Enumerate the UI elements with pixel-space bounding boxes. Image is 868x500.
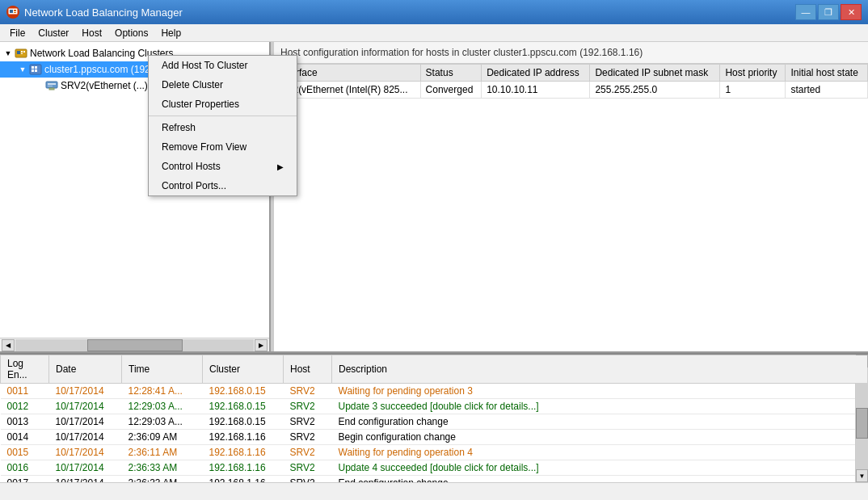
ctx-cluster-properties-label: Cluster Properties bbox=[162, 99, 239, 110]
log-cell: 192.168.1.16 bbox=[203, 430, 284, 445]
log-cell: 0017 bbox=[1, 476, 49, 483]
log-cell: SRV2 bbox=[284, 399, 332, 414]
scroll-track[interactable] bbox=[15, 339, 254, 351]
tree-expand-root[interactable]: ▼ bbox=[2, 47, 15, 60]
log-cell: 10/17/2014 bbox=[49, 476, 122, 483]
log-col-time[interactable]: Time bbox=[122, 355, 203, 384]
ctx-control-hosts[interactable]: Control Hosts ▶ bbox=[149, 157, 297, 176]
svg-rect-7 bbox=[23, 51, 25, 53]
minimize-button[interactable]: — bbox=[795, 4, 816, 20]
col-priority[interactable]: Host priority bbox=[720, 65, 786, 82]
log-row[interactable]: 001510/17/20142:36:11 AM192.168.1.16SRV2… bbox=[1, 445, 868, 460]
table-cell: 255.255.255.0 bbox=[590, 82, 720, 99]
ctx-refresh[interactable]: Refresh bbox=[149, 118, 297, 137]
scroll-left-btn[interactable]: ◀ bbox=[2, 339, 15, 351]
scroll-right-btn[interactable]: ▶ bbox=[255, 339, 268, 351]
ctx-delete-cluster[interactable]: Delete Cluster bbox=[149, 75, 297, 95]
cluster-icon bbox=[29, 63, 42, 76]
close-button[interactable]: ✕ bbox=[841, 4, 862, 20]
log-cell: 0016 bbox=[1, 460, 49, 476]
menu-options[interactable]: Options bbox=[108, 24, 154, 41]
svg-rect-15 bbox=[48, 83, 56, 85]
ctx-control-hosts-label: Control Hosts bbox=[162, 161, 221, 172]
log-col-desc[interactable]: Description bbox=[332, 355, 868, 384]
ctx-cluster-properties[interactable]: Cluster Properties bbox=[149, 95, 297, 114]
main-table-body: RV2(vEthernet (Intel(R) 825...Converged1… bbox=[275, 82, 868, 99]
log-cell: 2:36:33 AM bbox=[122, 460, 203, 476]
svg-rect-8 bbox=[21, 53, 23, 54]
log-cell: 10/17/2014 bbox=[49, 399, 122, 414]
svg-rect-1 bbox=[10, 10, 13, 13]
log-scroll-thumb[interactable] bbox=[856, 408, 868, 439]
main-layout: ▼ Network Load Balancing Clusters ▼ bbox=[0, 42, 868, 353]
log-col-host[interactable]: Host bbox=[284, 355, 332, 384]
log-cell: 12:29:03 A... bbox=[122, 399, 203, 414]
log-cell: 0012 bbox=[1, 399, 49, 414]
svg-rect-11 bbox=[35, 66, 37, 69]
log-cell: 12:29:03 A... bbox=[122, 414, 203, 430]
log-cell: 192.168.0.15 bbox=[203, 399, 284, 414]
restore-button[interactable]: ❐ bbox=[818, 4, 839, 20]
table-row[interactable]: RV2(vEthernet (Intel(R) 825...Converged1… bbox=[275, 82, 868, 99]
app-icon bbox=[6, 6, 19, 19]
table-cell: started bbox=[786, 82, 868, 99]
col-host-state[interactable]: Initial host state bbox=[786, 65, 868, 82]
ctx-control-hosts-arrow: ▶ bbox=[277, 162, 284, 171]
ctx-refresh-label: Refresh bbox=[162, 122, 196, 133]
menu-file[interactable]: File bbox=[3, 24, 32, 41]
title-bar-controls: — ❐ ✕ bbox=[795, 4, 862, 20]
col-dedicated-ip[interactable]: Dedicated IP address bbox=[482, 65, 590, 82]
ctx-control-ports[interactable]: Control Ports... bbox=[149, 176, 297, 195]
ctx-separator-1 bbox=[149, 116, 297, 116]
log-col-cluster[interactable]: Cluster bbox=[203, 355, 284, 384]
log-scroll-down-btn[interactable]: ▼ bbox=[856, 469, 868, 482]
menu-bar: File Cluster Host Options Help bbox=[0, 24, 868, 42]
log-cell: SRV2 bbox=[284, 384, 332, 399]
menu-cluster[interactable]: Cluster bbox=[32, 24, 75, 41]
ctx-add-host[interactable]: Add Host To Cluster bbox=[149, 56, 297, 75]
log-cell: 12:28:41 A... bbox=[122, 384, 203, 399]
ctx-remove-from-view[interactable]: Remove From View bbox=[149, 137, 297, 157]
menu-host[interactable]: Host bbox=[75, 24, 108, 41]
log-cell: 2:36:33 AM bbox=[122, 476, 203, 483]
log-cell: Begin configuration change bbox=[332, 430, 868, 445]
title-bar-left: Network Load Balancing Manager bbox=[6, 6, 183, 19]
left-panel-scrollbar-area: ◀ ▶ bbox=[0, 338, 269, 351]
svg-rect-2 bbox=[14, 10, 16, 11]
log-row[interactable]: 001410/17/20142:36:09 AM192.168.1.16SRV2… bbox=[1, 430, 868, 445]
tree-expand-cluster[interactable]: ▼ bbox=[16, 63, 29, 76]
svg-rect-6 bbox=[21, 51, 23, 53]
log-table-body: 001110/17/201412:28:41 A...192.168.0.15S… bbox=[1, 384, 868, 483]
ctx-delete-cluster-label: Delete Cluster bbox=[162, 79, 223, 90]
log-cell: Waiting for pending operation 3 bbox=[332, 384, 868, 399]
col-status[interactable]: Status bbox=[420, 65, 482, 82]
svg-rect-13 bbox=[35, 69, 37, 72]
log-cell: Update 4 succeeded [double click for det… bbox=[332, 460, 868, 476]
log-cell: 2:36:09 AM bbox=[122, 430, 203, 445]
log-cell: SRV2 bbox=[284, 476, 332, 483]
log-cell: SRV2 bbox=[284, 414, 332, 430]
log-row[interactable]: 001610/17/20142:36:33 AM192.168.1.16SRV2… bbox=[1, 460, 868, 476]
col-subnet-mask[interactable]: Dedicated IP subnet mask bbox=[590, 65, 720, 82]
table-header-info: Host configuration information for hosts… bbox=[274, 42, 868, 64]
log-row[interactable]: 001710/17/20142:36:33 AM192.168.1.16SRV2… bbox=[1, 476, 868, 483]
log-cell: SRV2 bbox=[284, 430, 332, 445]
log-col-date[interactable]: Date bbox=[49, 355, 122, 384]
scroll-thumb[interactable] bbox=[87, 339, 183, 351]
log-cell: 192.168.1.16 bbox=[203, 476, 284, 483]
root-icon bbox=[15, 47, 27, 60]
h-scrollbar[interactable]: ◀ ▶ bbox=[0, 338, 269, 351]
log-col-entry[interactable]: Log En... bbox=[1, 355, 49, 384]
table-cell: Converged bbox=[420, 82, 482, 99]
svg-rect-5 bbox=[17, 51, 20, 54]
log-row[interactable]: 001310/17/201412:29:03 A...192.168.0.15S… bbox=[1, 414, 868, 430]
log-cell: 2:36:11 AM bbox=[122, 445, 203, 460]
log-table: Log En... Date Time Cluster Host Descrip… bbox=[0, 355, 868, 482]
title-bar: Network Load Balancing Manager — ❐ ✕ bbox=[0, 0, 868, 24]
menu-help[interactable]: Help bbox=[154, 24, 188, 41]
log-cell: 10/17/2014 bbox=[49, 460, 122, 476]
log-row[interactable]: 001110/17/201412:28:41 A...192.168.0.15S… bbox=[1, 384, 868, 399]
log-row[interactable]: 001210/17/201412:29:03 A...192.168.0.15S… bbox=[1, 399, 868, 414]
svg-rect-10 bbox=[32, 66, 34, 69]
log-cell: 0013 bbox=[1, 414, 49, 430]
